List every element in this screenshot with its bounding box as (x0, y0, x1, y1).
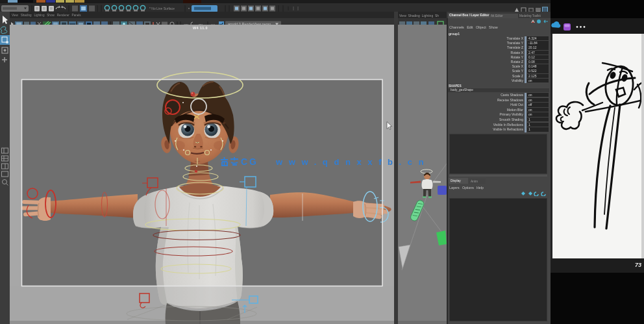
svg-text:* No Live Surface: * No Live Surface (149, 6, 175, 10)
svg-text:CG: CG (241, 156, 258, 167)
svg-text:www.qdnxxfb.cn: www.qdnxxfb.cn (275, 157, 428, 167)
